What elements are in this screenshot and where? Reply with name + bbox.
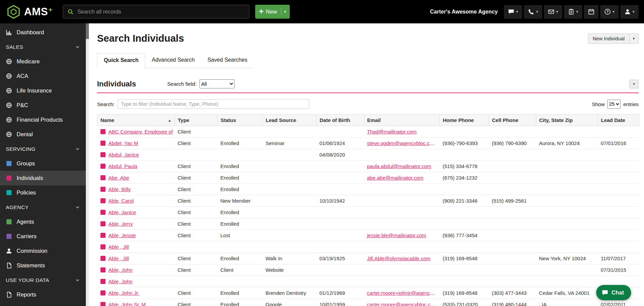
sidebar-item-dashboard[interactable]: Dashboard — [0, 25, 86, 40]
sidebar-scrollbar[interactable] — [86, 23, 89, 306]
individual-name-link[interactable]: Able, John Jr. — [109, 290, 139, 296]
tab-quick-search[interactable]: Quick Search — [97, 53, 145, 68]
column-header-lead-source[interactable]: Lead Source — [263, 115, 317, 126]
sidebar-item-financial-products[interactable]: Financial Products — [0, 113, 86, 127]
column-header-date-of-birth[interactable]: Date of Birth — [317, 115, 364, 126]
sidebar-item-policies[interactable]: Policies — [0, 185, 86, 200]
individual-name-link[interactable]: Abdel, Yac M — [109, 140, 138, 146]
column-header-home-phone[interactable]: Home Phone — [440, 115, 489, 126]
email-link[interactable]: Jill.Able@olympiacable.com — [367, 256, 431, 261]
table-cell: New York, NY 10024 — [536, 253, 598, 264]
messages-dropdown-button[interactable]: ▾ — [504, 5, 522, 19]
cell-name: Able , Jill — [97, 241, 175, 253]
table-cell: (319) 169-8548 — [440, 287, 489, 299]
individual-name-link[interactable]: Able, John — [109, 267, 133, 273]
table-row: Able, John — [97, 276, 639, 287]
email-link[interactable]: jessie.ble@mailinator.com — [367, 232, 426, 238]
email-link[interactable]: carter.moore+johnjr@agency… — [367, 290, 438, 296]
individual-name-link[interactable]: Able, Janice — [109, 209, 136, 215]
table-row: Able , Jill — [97, 241, 639, 253]
email-link[interactable]: paula.abdul@mailinator.com — [367, 163, 432, 169]
individual-name-link[interactable]: Able, Carol — [109, 198, 134, 204]
individual-name-link[interactable]: Abe, Abe — [109, 175, 129, 181]
column-header-type[interactable]: Type — [175, 115, 217, 126]
sidebar-item-p-c[interactable]: P&C — [0, 98, 86, 113]
sidebar-item-dental[interactable]: Dental — [0, 127, 86, 142]
new-individual-button[interactable]: New Individual — [588, 34, 629, 44]
individual-name-link[interactable]: Able, Jerry — [109, 221, 133, 227]
column-header-label: Home Phone — [443, 117, 474, 123]
sidebar-item-carriers[interactable]: Carriers — [0, 229, 86, 244]
account-dropdown-button[interactable]: ▾ — [620, 5, 639, 19]
table-cell — [440, 207, 489, 218]
cell-name: Able, John Sr. M — [97, 299, 175, 306]
cell-name: Able, John — [97, 276, 175, 287]
column-header-lead-date[interactable]: Lead Date — [598, 115, 639, 126]
tab-advanced-search[interactable]: Advanced Search — [145, 53, 201, 68]
sidebar-item-reports[interactable]: Reports — [0, 287, 86, 302]
tasks-dropdown-button[interactable]: ▾ — [564, 5, 582, 19]
square-icon — [6, 234, 12, 239]
sidebar-item-medicare[interactable]: Medicare — [0, 54, 86, 69]
column-header-city-state-zip[interactable]: City, State Zip — [536, 115, 598, 126]
calendar-button[interactable] — [584, 5, 599, 19]
record-square-icon — [100, 244, 106, 249]
individual-name-link[interactable]: Able , Jill — [109, 256, 129, 261]
record-square-icon — [100, 221, 106, 226]
help-dropdown-button[interactable]: ?▾ — [600, 5, 619, 19]
new-individual-dropdown-button[interactable]: ▼ — [629, 34, 639, 44]
table-options-dropdown-button[interactable]: ▼ — [629, 80, 639, 88]
show-entries-select[interactable]: 25 — [607, 100, 621, 109]
column-header-email[interactable]: Email — [364, 115, 440, 126]
sidebar-item-individuals[interactable]: Individuals — [0, 171, 86, 185]
sidebar-item-groups[interactable]: Groups — [0, 156, 86, 171]
user-icon — [624, 8, 631, 15]
chat-button[interactable]: Chat — [596, 285, 631, 300]
filter-input[interactable] — [118, 99, 309, 109]
table-cell: 10/10/1942 — [317, 195, 364, 207]
sidebar-item-agents[interactable]: Agents — [0, 215, 86, 229]
new-button[interactable]: + New ▾ — [255, 5, 290, 19]
email-link[interactable]: steve.ogden@agencybloc.com — [367, 140, 437, 146]
column-header-name[interactable]: Name▲ — [97, 115, 175, 126]
tab-saved-searches[interactable]: Saved Searches — [201, 53, 254, 68]
individual-name-link[interactable]: Abdul, Janice — [109, 152, 139, 158]
sort-ascending-icon: ▲ — [168, 118, 171, 122]
sidebar-scrollbar-thumb[interactable] — [86, 23, 89, 39]
sidebar-section-sales[interactable]: SALES — [0, 40, 86, 54]
sidebar-section-servicing[interactable]: SERVICING — [0, 142, 86, 156]
record-square-icon — [100, 152, 106, 157]
global-search-input[interactable] — [77, 9, 245, 15]
sidebar-item-aca[interactable]: ACA — [0, 69, 86, 83]
app-logo[interactable]: AMS+ — [6, 4, 53, 19]
cell-name: Able, John — [97, 264, 175, 276]
sidebar-section-use-your-data[interactable]: USE YOUR DATA — [0, 273, 86, 287]
table-cell — [175, 241, 217, 253]
sidebar-item-life-insurance[interactable]: Life Insurance — [0, 83, 86, 98]
sidebar-item-statements[interactable]: Statements — [0, 258, 86, 273]
search-field-select[interactable]: All — [200, 79, 234, 88]
individual-name-link[interactable]: ABC Company, Employee of — [109, 129, 173, 135]
email-link[interactable]: abe.abe@mailinator.com — [367, 175, 423, 181]
individual-name-link[interactable]: Able, John Sr. M — [109, 302, 146, 306]
sidebar-item-email-marketing[interactable]: Email Marketing — [0, 302, 86, 306]
column-header-cell-phone[interactable]: Cell Phone — [489, 115, 536, 126]
cell-name: Able, Billy — [97, 184, 175, 195]
column-header-status[interactable]: Status — [217, 115, 263, 126]
table-cell — [217, 241, 263, 253]
table-cell: Client — [175, 172, 217, 184]
sidebar-item-commission[interactable]: Commission — [0, 244, 86, 258]
calls-dropdown-button[interactable]: ▾ — [524, 5, 542, 19]
individual-name-link[interactable]: Able, Billy — [109, 186, 131, 192]
table-cell — [536, 149, 598, 161]
email-link[interactable]: carter.moore@agencybloc.com — [367, 302, 438, 306]
individual-name-link[interactable]: Able, Jessie — [109, 232, 136, 238]
email-link[interactable]: Thad@mailinator.com — [367, 129, 417, 135]
email-dropdown-button[interactable]: ▾ — [544, 5, 562, 19]
individual-name-link[interactable]: Abdul, Paula — [109, 163, 137, 169]
individual-name-link[interactable]: Able, John — [109, 279, 133, 284]
globe-icon — [6, 131, 12, 138]
sidebar-section-agency[interactable]: AGENCY — [0, 200, 86, 215]
individual-name-link[interactable]: Able , Jill — [109, 244, 129, 250]
table-cell: Enrolled — [217, 138, 263, 149]
